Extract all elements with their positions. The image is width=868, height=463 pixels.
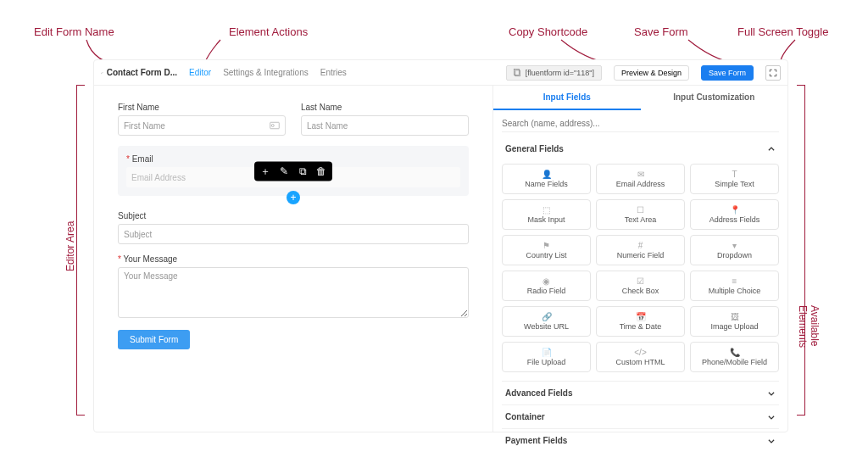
image-icon: 🖼 [731,312,739,321]
section-container[interactable]: Container [502,404,779,428]
bracket-right [797,85,805,416]
save-button[interactable]: Save Form [701,65,754,81]
message-ph: Your Message [124,271,178,281]
phone-icon: 📞 [730,348,740,356]
contact-icon [270,120,280,131]
fullscreen-icon [769,69,777,77]
file-icon: 📄 [542,348,552,356]
pencil-icon [101,69,103,77]
add-below-button[interactable]: + [287,191,300,204]
topbar: Contact Form D... Editor Settings & Inte… [94,60,787,86]
tab-settings[interactable]: Settings & Integrations [223,68,309,77]
editor-area: First Name First Name Last Name Last Nam… [94,86,492,432]
radio-icon: ◉ [542,276,550,285]
last-name-label: Last Name [301,103,469,112]
form-name-text: Contact Form D... [107,68,177,77]
action-add-button[interactable]: ＋ [259,164,271,178]
subject-field[interactable]: Subject Subject [118,211,469,244]
section-payment-fields[interactable]: Payment Fields [502,428,779,452]
checkbox-icon: ☑ [637,276,644,285]
tile-multiple-choice[interactable]: ≡Multiple Choice [690,271,779,301]
section-advanced-fields[interactable]: Advanced Fields [502,381,779,404]
chevron-down-icon [767,437,776,445]
preview-button[interactable]: Preview & Design [614,65,689,81]
last-name-ph: Last Name [307,121,348,131]
fullscreen-button[interactable] [765,65,781,81]
last-name-field[interactable]: Last Name Last Name [301,103,469,136]
user-icon: 👤 [542,170,552,178]
first-name-input[interactable]: First Name [118,115,286,136]
tile-website-url[interactable]: 🔗Website URL [502,306,591,337]
annotation-edit-form-name: Edit Form Name [34,25,114,38]
app-body: First Name First Name Last Name Last Nam… [94,86,787,432]
tab-input-customization[interactable]: Input Customization [641,86,788,110]
action-copy-button[interactable]: ⧉ [297,164,309,178]
tile-label: Radio Field [527,287,566,295]
sidebar-tabs: Input Fields Input Customization [493,86,787,110]
copy-icon [514,69,522,77]
textarea-icon: ☐ [637,205,644,214]
shortcode-box[interactable]: [fluentform id="118"] [506,65,602,81]
annotation-element-actions: Element Actions [229,25,308,38]
tile-numeric-field[interactable]: #Numeric Field [596,235,685,265]
sidebar: Input Fields Input Customization General… [492,86,787,432]
tab-editor[interactable]: Editor [189,68,211,77]
message-field[interactable]: Your Message Your Message [118,254,469,318]
flag-icon: ⚑ [542,241,550,249]
chevron-down-icon [767,389,776,398]
tile-mask-input[interactable]: ⬚Mask Input [502,199,591,230]
search-input[interactable] [502,115,779,132]
tile-label: Multiple Choice [709,287,761,295]
tile-simple-text[interactable]: TSimple Text [690,164,779,194]
form-name[interactable]: Contact Form D... [101,68,177,77]
tile-label: Country List [526,251,566,259]
tile-label: Image Upload [710,322,758,331]
first-name-field[interactable]: First Name First Name [118,103,286,136]
envelope-icon: ✉ [637,170,644,178]
tile-label: Mask Input [527,215,565,224]
tile-country-list[interactable]: ⚑Country List [502,235,591,265]
code-icon: </> [634,348,646,356]
section-payment-label: Payment Fields [505,436,567,445]
link-icon: 🔗 [542,312,552,321]
tile-text-area[interactable]: ☐Text Area [596,199,685,230]
first-name-ph: First Name [124,121,165,131]
annotation-copy-shortcode: Copy Shortcode [509,25,587,38]
sidebar-search [493,110,787,137]
tile-custom-html[interactable]: </>Custom HTML [596,342,685,372]
tile-check-box[interactable]: ☑Check Box [596,271,685,301]
section-general-fields[interactable]: General Fields [502,137,779,160]
subject-ph: Subject [124,230,152,239]
section-advanced-label: Advanced Fields [505,388,572,398]
subject-input[interactable]: Subject [118,224,469,244]
bracket-left [76,85,85,416]
list-icon: ≡ [732,276,737,285]
general-fields-grid: 👤Name Fields ✉Email Address TSimple Text… [502,160,779,381]
tile-label: Time & Date [620,322,662,331]
tile-image-upload[interactable]: 🖼Image Upload [690,306,779,337]
chevron-down-icon [767,413,776,421]
sidebar-accordion: General Fields 👤Name Fields ✉Email Addre… [493,137,787,452]
tile-dropdown[interactable]: ▾Dropdown [690,235,779,265]
tile-file-upload[interactable]: 📄File Upload [502,342,591,372]
message-input[interactable]: Your Message [118,267,469,318]
tile-radio-field[interactable]: ◉Radio Field [502,271,591,301]
tile-time-date[interactable]: 📅Time & Date [596,306,685,337]
submit-button[interactable]: Submit Form [118,330,190,349]
tile-label: Simple Text [715,180,754,188]
action-edit-button[interactable]: ✎ [278,164,290,178]
text-icon: T [732,170,737,178]
tile-email-address[interactable]: ✉Email Address [596,164,685,194]
tile-label: Text Area [625,215,657,224]
tile-address-fields[interactable]: 📍Address Fields [690,199,779,230]
tile-name-fields[interactable]: 👤Name Fields [502,164,591,194]
svg-point-3 [271,125,274,127]
email-field-block[interactable]: Email Email Address ＋ ✎ ⧉ 🗑 + [118,146,469,196]
annotation-save-form: Save Form [634,25,688,38]
tab-entries[interactable]: Entries [320,68,347,77]
email-ph: Email Address [131,173,186,182]
action-delete-button[interactable]: 🗑 [315,164,327,178]
tab-input-fields[interactable]: Input Fields [493,86,641,110]
tile-phone[interactable]: 📞Phone/Mobile Field [690,342,779,372]
last-name-input[interactable]: Last Name [301,115,469,136]
